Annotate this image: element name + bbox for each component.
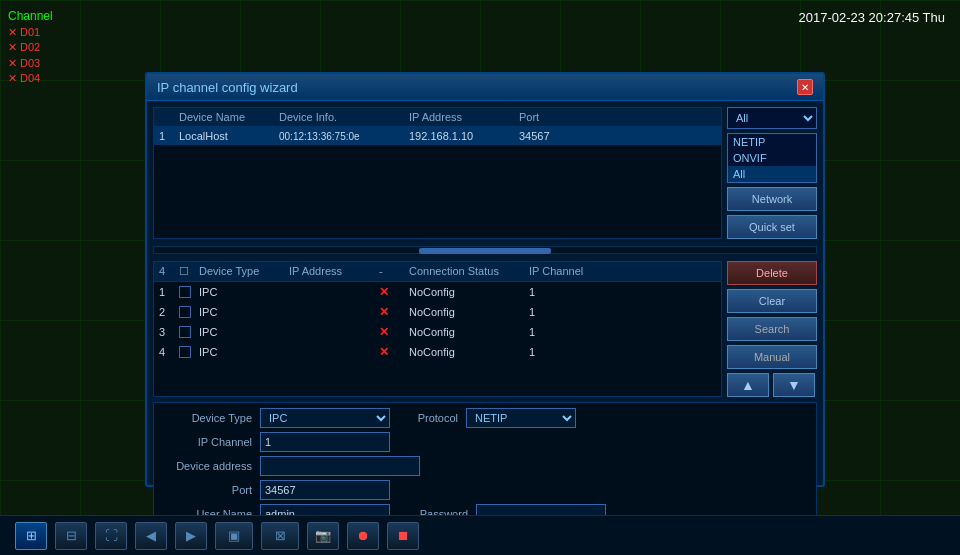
top-scrollbar[interactable] xyxy=(153,246,817,254)
ip-channel-input[interactable] xyxy=(260,432,390,452)
dialog-content: Device Name Device Info. IP Address Port… xyxy=(147,101,823,555)
filter-dropdown[interactable]: All NETIP ONVIF xyxy=(727,107,817,129)
channel-table-header: 4 ☐ Device Type IP Address - Connection … xyxy=(154,262,721,282)
channel-d01: ✕ D01 xyxy=(8,25,53,40)
top-right-controls: All NETIP ONVIF NETIP ONVIF All Network … xyxy=(727,107,817,239)
channel-d04: ✕ D04 xyxy=(8,71,53,86)
nav-up-button[interactable]: ▲ xyxy=(727,373,769,397)
dropdown-item-all[interactable]: All xyxy=(728,166,816,182)
top-table-row[interactable]: 1 LocalHost 00:12:13:36:75:0e 192.168.1.… xyxy=(154,127,721,145)
taskbar-btn-stop[interactable]: ⏹ xyxy=(387,522,419,550)
channel-title: Channel xyxy=(8,8,53,25)
nav-buttons: ▲ ▼ xyxy=(727,373,817,397)
top-scrollbar-thumb[interactable] xyxy=(419,248,551,254)
ip-channel-label: IP Channel xyxy=(162,436,252,448)
form-row-device-type: Device Type IPC Protocol NETIP ONVIF xyxy=(162,408,808,428)
channel-right-controls: Delete Clear Search Manual ▲ ▼ xyxy=(727,261,817,397)
channel-config-list: 4 ☐ Device Type IP Address - Connection … xyxy=(153,261,722,397)
taskbar-btn-prev[interactable]: ◀ xyxy=(135,522,167,550)
nav-down-button[interactable]: ▼ xyxy=(773,373,815,397)
top-empty-area xyxy=(154,145,721,200)
taskbar: ⊞ ⊟ ⛶ ◀ ▶ ▣ ⊠ 📷 ⏺ ⏹ xyxy=(0,515,960,555)
taskbar-btn-quad[interactable]: ⊟ xyxy=(55,522,87,550)
port-input[interactable] xyxy=(260,480,390,500)
search-button[interactable]: Search xyxy=(727,317,817,341)
manual-button[interactable]: Manual xyxy=(727,345,817,369)
dialog-title: IP channel config wizard xyxy=(157,80,298,95)
ip-channel-dialog: IP channel config wizard ✕ Device Name D… xyxy=(145,72,825,487)
device-type-label: Device Type xyxy=(162,412,252,424)
channel-checkbox-3[interactable] xyxy=(179,326,191,338)
delete-button[interactable]: Delete xyxy=(727,261,817,285)
clear-button[interactable]: Clear xyxy=(727,289,817,313)
channel-checkbox-1[interactable] xyxy=(179,286,191,298)
taskbar-btn-main[interactable]: ⊞ xyxy=(15,522,47,550)
taskbar-btn-playback[interactable]: ▣ xyxy=(215,522,253,550)
quick-set-button[interactable]: Quick set xyxy=(727,215,817,239)
channel-row-1[interactable]: 1 IPC ✕ NoConfig 1 xyxy=(154,282,721,302)
protocol-label: Protocol xyxy=(398,412,458,424)
taskbar-btn-camera[interactable]: 📷 xyxy=(307,522,339,550)
discovered-device-list: Device Name Device Info. IP Address Port… xyxy=(153,107,722,239)
filter-dropdown-container: All NETIP ONVIF xyxy=(727,107,817,129)
port-label: Port xyxy=(162,484,252,496)
network-button[interactable]: Network xyxy=(727,187,817,211)
channel-row-3[interactable]: 3 IPC ✕ NoConfig 1 xyxy=(154,322,721,342)
channel-panel: Channel ✕ D01 ✕ D02 ✕ D03 ✕ D04 xyxy=(8,8,53,86)
taskbar-btn-snapshot[interactable]: ⏺ xyxy=(347,522,379,550)
protocol-select[interactable]: NETIP ONVIF xyxy=(466,408,576,428)
taskbar-btn-next[interactable]: ▶ xyxy=(175,522,207,550)
dialog-titlebar: IP channel config wizard ✕ xyxy=(147,74,823,101)
dropdown-item-netip[interactable]: NETIP xyxy=(728,134,816,150)
device-type-select[interactable]: IPC xyxy=(260,408,390,428)
channel-checkbox-4[interactable] xyxy=(179,346,191,358)
channel-row-2[interactable]: 2 IPC ✕ NoConfig 1 xyxy=(154,302,721,322)
top-section: Device Name Device Info. IP Address Port… xyxy=(153,107,817,239)
dropdown-item-onvif[interactable]: ONVIF xyxy=(728,150,816,166)
dropdown-list: NETIP ONVIF All xyxy=(727,133,817,183)
device-address-input[interactable] xyxy=(260,456,420,476)
form-row-port: Port xyxy=(162,480,808,500)
device-address-label: Device address xyxy=(162,460,252,472)
channel-checkbox-2[interactable] xyxy=(179,306,191,318)
form-row-device-address: Device address xyxy=(162,456,808,476)
middle-section: 4 ☐ Device Type IP Address - Connection … xyxy=(153,261,817,397)
form-row-ip-channel: IP Channel xyxy=(162,432,808,452)
taskbar-btn-record[interactable]: ⊠ xyxy=(261,522,299,550)
channel-d03: ✕ D03 xyxy=(8,56,53,71)
taskbar-btn-full[interactable]: ⛶ xyxy=(95,522,127,550)
datetime-display: 2017-02-23 20:27:45 Thu xyxy=(799,10,946,25)
channel-row-4[interactable]: 4 IPC ✕ NoConfig 1 xyxy=(154,342,721,362)
channel-d02: ✕ D02 xyxy=(8,40,53,55)
top-table-header: Device Name Device Info. IP Address Port xyxy=(154,108,721,127)
close-button[interactable]: ✕ xyxy=(797,79,813,95)
